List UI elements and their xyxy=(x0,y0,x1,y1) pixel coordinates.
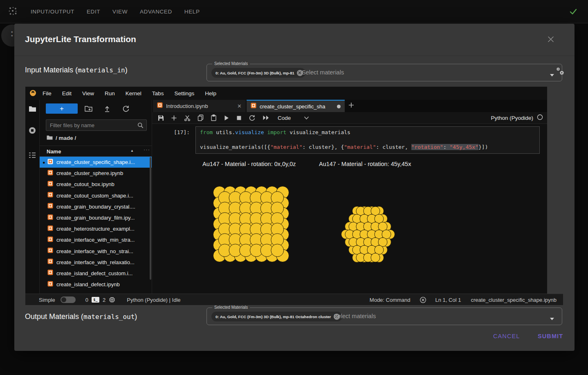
running-sessions-icon[interactable] xyxy=(29,127,36,136)
refresh-icon[interactable] xyxy=(122,105,130,114)
menu-edit[interactable]: EDIT xyxy=(87,9,100,15)
file-row[interactable]: ●create_island_defect.ipynb xyxy=(40,279,152,290)
breadcrumb[interactable]: / made / xyxy=(47,134,76,141)
close-button[interactable] xyxy=(545,34,557,45)
interrupt-kernel-icon[interactable] xyxy=(236,115,242,121)
restart-run-all-icon[interactable] xyxy=(263,115,269,121)
trust-icon[interactable] xyxy=(420,296,426,303)
jp-menu-kernel[interactable]: Kernel xyxy=(126,90,141,97)
restart-kernel-icon[interactable] xyxy=(249,115,256,121)
home-folder-icon[interactable] xyxy=(47,134,53,141)
input-materials-select[interactable]: Selected Materials 0: Au, Gold, FCC (Fm-… xyxy=(206,64,562,81)
tab-introduction[interactable]: Introduction.ipynb ✕ xyxy=(153,100,246,112)
notebook-icon xyxy=(47,258,53,266)
file-row[interactable]: ●create_interface_with_relaxatio... xyxy=(40,257,152,268)
sort-ascending-icon[interactable]: ▲ xyxy=(130,149,134,153)
file-row[interactable]: ●create_heterostructure_exampl... xyxy=(40,223,152,234)
column-menu-icon[interactable]: ··· xyxy=(144,146,150,153)
menu-input-output[interactable]: INPUT/OUTPUT xyxy=(31,9,74,15)
jp-menu-file[interactable]: File xyxy=(43,90,52,97)
input-material-chip[interactable]: 0: Au, Gold, FCC (Fm-3m) 3D (Bulk), mp-8… xyxy=(211,68,305,78)
kernel-name[interactable]: Python (Pyodide) xyxy=(491,115,533,121)
settings-gears-icon[interactable] xyxy=(555,66,566,79)
jp-menu-view[interactable]: View xyxy=(82,90,94,97)
command-mode-indicator[interactable]: Mode: Command xyxy=(370,297,411,303)
dropdown-arrow-icon[interactable] xyxy=(550,71,554,79)
dropdown-arrow-icon[interactable] xyxy=(550,315,554,322)
file-name: create_cluster_specific_shape.i... xyxy=(56,159,135,165)
chevron-down-icon[interactable] xyxy=(304,116,309,120)
file-name: create_island_defect_custom.i... xyxy=(56,270,132,276)
tab-dirty-indicator[interactable] xyxy=(337,105,341,108)
file-row[interactable]: ●create_interface_with_no_strai... xyxy=(40,246,152,257)
new-folder-icon[interactable] xyxy=(85,105,92,114)
jp-menu-run[interactable]: Run xyxy=(105,90,115,97)
simple-mode-label: Simple xyxy=(39,297,55,303)
check-icon[interactable] xyxy=(568,7,578,18)
new-tab-button[interactable] xyxy=(348,102,355,110)
save-icon[interactable] xyxy=(158,115,164,121)
input-materials-label: Input Materials (materials_in) xyxy=(25,66,128,74)
name-column-header[interactable]: Name xyxy=(47,148,61,155)
tab-label: create_cluster_specific_sha xyxy=(260,103,334,110)
tab-close-icon[interactable]: ✕ xyxy=(237,103,242,109)
jp-menu-settings[interactable]: Settings xyxy=(174,90,194,97)
status-filename: create_cluster_specific_shape.ipynb xyxy=(471,297,557,303)
notebook-icon xyxy=(157,102,163,110)
submit-button[interactable]: SUBMIT xyxy=(538,333,563,339)
cancel-button[interactable]: CANCEL xyxy=(493,333,520,339)
jp-menu-tabs[interactable]: Tabs xyxy=(152,90,164,97)
cursor-position[interactable]: Ln 1, Col 1 xyxy=(435,297,461,303)
file-row[interactable]: ●create_grain_boundary_crystal.... xyxy=(40,201,152,212)
file-list-scrollbar[interactable] xyxy=(150,157,151,280)
jp-menu-edit[interactable]: Edit xyxy=(62,90,72,97)
file-row[interactable]: ●create_interface_with_min_stra... xyxy=(40,234,152,245)
new-launcher-button[interactable]: + xyxy=(46,103,78,114)
run-cell-icon[interactable] xyxy=(224,115,229,121)
add-cell-icon[interactable] xyxy=(171,115,177,121)
file-row[interactable]: ●create_cluster_specific_shape.i... xyxy=(40,157,152,168)
jp-menu-help[interactable]: Help xyxy=(205,90,216,97)
file-browser-icon[interactable] xyxy=(29,106,36,114)
table-of-contents-icon[interactable] xyxy=(29,152,36,160)
file-row[interactable]: ●create_cutout_box.ipynb xyxy=(40,179,152,190)
tab-create-cluster[interactable]: create_cluster_specific_sha xyxy=(247,100,345,112)
output-select-placeholder[interactable]: Select materials xyxy=(334,313,376,319)
app-logo-icon[interactable] xyxy=(7,6,18,18)
file-row[interactable]: ●create_grain_boundary_film.ipy... xyxy=(40,212,152,223)
simple-mode-toggle[interactable] xyxy=(61,296,76,303)
notebook-content[interactable]: [17]: from utils.visualize import visual… xyxy=(152,124,547,283)
copy-cells-icon[interactable] xyxy=(197,115,204,121)
code-cell-editor[interactable]: from utils.visualize import visualize_ma… xyxy=(195,126,540,154)
file-list: ●create_cluster_specific_shape.i...●crea… xyxy=(40,157,152,293)
cut-cells-icon[interactable] xyxy=(184,115,191,121)
filter-files-input[interactable] xyxy=(46,120,132,130)
paste-cells-icon[interactable] xyxy=(211,115,217,121)
cluster-canvas xyxy=(195,168,540,282)
terminals-count[interactable]: 0 xyxy=(85,297,88,303)
screen: INPUT/OUTPUT EDIT VIEW ADVANCED HELP •• … xyxy=(0,0,588,375)
dialog-header: JupyterLite Transformation xyxy=(14,24,575,56)
output-material-chip[interactable]: 0: Au, Gold, FCC (Fm-3m) 3D (Bulk), mp-8… xyxy=(211,312,342,321)
kernel-status-icon[interactable] xyxy=(537,114,543,122)
file-row[interactable]: ●create_cluster_sphere.ipynb xyxy=(40,168,152,179)
notebook-icon xyxy=(47,214,53,222)
file-row[interactable]: ●create_island_defect_custom.i... xyxy=(40,268,152,279)
menu-view[interactable]: VIEW xyxy=(112,9,128,15)
output-label-close: ) xyxy=(135,312,137,321)
file-row[interactable]: ●create_cutout_custom_shape.i... xyxy=(40,190,152,201)
running-bullet: ● xyxy=(43,160,45,165)
kernels-count[interactable]: 2 xyxy=(103,297,105,303)
cell-type-dropdown[interactable]: Code xyxy=(278,115,291,121)
menu-advanced[interactable]: ADVANCED xyxy=(140,9,172,15)
menu-help[interactable]: HELP xyxy=(184,9,200,15)
upload-icon[interactable] xyxy=(103,105,111,114)
output-materials-select[interactable]: Selected Materials 0: Au, Gold, FCC (Fm-… xyxy=(206,308,562,325)
notebook-icon xyxy=(47,225,53,233)
kernel-status-text[interactable]: Python (Pyodide) | Idle xyxy=(127,297,180,303)
file-list-header[interactable]: Name ▲ ··· xyxy=(40,146,152,157)
notebook-icon xyxy=(47,269,53,277)
file-name: create_cutout_custom_shape.i... xyxy=(56,193,133,199)
input-select-placeholder[interactable]: Select materials xyxy=(302,69,344,76)
notebook-icon xyxy=(47,247,53,255)
